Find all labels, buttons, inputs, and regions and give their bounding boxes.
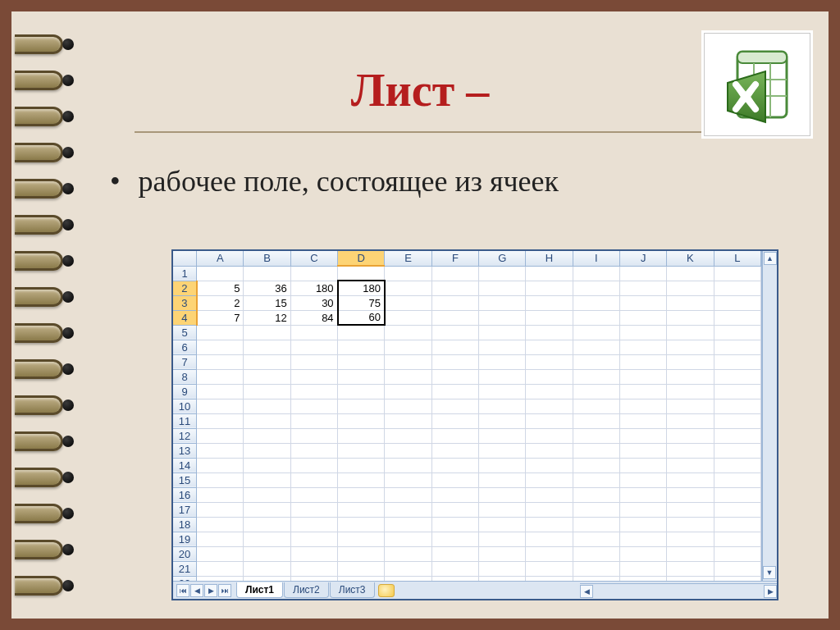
cell[interactable] (338, 399, 385, 413)
cell[interactable]: 15 (244, 295, 290, 310)
cell[interactable] (573, 266, 619, 281)
cell[interactable] (244, 546, 290, 561)
column-header[interactable]: E (385, 251, 431, 266)
row-header[interactable]: 7 (173, 354, 197, 369)
cell[interactable] (573, 295, 619, 310)
cell[interactable] (290, 266, 337, 281)
cell[interactable] (197, 561, 244, 576)
cell[interactable] (244, 487, 290, 502)
row-header[interactable]: 12 (173, 428, 197, 443)
cell[interactable] (338, 532, 385, 546)
cell[interactable] (385, 369, 431, 384)
cell[interactable] (573, 458, 619, 472)
cell[interactable] (526, 472, 573, 487)
cell[interactable] (290, 413, 337, 428)
cell[interactable] (385, 266, 431, 281)
cell[interactable] (526, 369, 573, 384)
row-header[interactable]: 15 (173, 472, 197, 487)
cell[interactable] (338, 472, 385, 487)
cell[interactable] (385, 399, 431, 413)
cell[interactable] (338, 443, 385, 458)
tab-nav-last-icon[interactable]: ⏭ (218, 584, 231, 597)
cell[interactable] (290, 532, 337, 546)
cell[interactable] (479, 428, 526, 443)
cell[interactable] (290, 487, 337, 502)
cell[interactable] (479, 310, 526, 325)
cell[interactable]: 7 (197, 310, 244, 325)
cell[interactable] (338, 517, 385, 532)
scroll-right-icon[interactable]: ▶ (764, 585, 777, 598)
cell[interactable] (667, 340, 714, 354)
row-header[interactable]: 14 (173, 458, 197, 472)
cell[interactable] (338, 487, 385, 502)
cell[interactable] (619, 428, 666, 443)
cell[interactable] (667, 295, 714, 310)
cell[interactable] (431, 443, 478, 458)
cell[interactable] (385, 384, 431, 399)
cell[interactable] (667, 325, 714, 340)
cell[interactable]: 75 (338, 295, 385, 310)
cell[interactable] (385, 532, 431, 546)
column-header[interactable]: B (244, 251, 290, 266)
cell[interactable] (573, 532, 619, 546)
cell[interactable] (431, 369, 478, 384)
cell[interactable] (385, 281, 431, 295)
cell[interactable] (714, 561, 760, 576)
cell[interactable] (714, 487, 760, 502)
cell[interactable] (526, 384, 573, 399)
cell[interactable] (667, 532, 714, 546)
cell[interactable] (197, 399, 244, 413)
cell[interactable] (619, 458, 666, 472)
cell[interactable] (667, 561, 714, 576)
row-header[interactable]: 16 (173, 487, 197, 502)
row-header[interactable]: 21 (173, 561, 197, 576)
cell[interactable] (714, 354, 760, 369)
cell[interactable] (338, 340, 385, 354)
column-header[interactable]: I (573, 251, 619, 266)
cell[interactable] (714, 399, 760, 413)
cell[interactable] (197, 487, 244, 502)
cell[interactable] (431, 561, 478, 576)
cell[interactable] (526, 532, 573, 546)
cell[interactable] (619, 399, 666, 413)
cell[interactable] (619, 561, 666, 576)
cell[interactable] (290, 443, 337, 458)
cell[interactable] (479, 443, 526, 458)
cell[interactable] (290, 428, 337, 443)
cell[interactable] (385, 561, 431, 576)
cell[interactable] (714, 532, 760, 546)
cell[interactable] (197, 458, 244, 472)
column-header[interactable]: H (526, 251, 573, 266)
cell[interactable]: 30 (290, 295, 337, 310)
cell[interactable] (244, 354, 290, 369)
cell[interactable] (338, 266, 385, 281)
cell[interactable] (479, 546, 526, 561)
cell[interactable] (714, 340, 760, 354)
cell[interactable] (667, 502, 714, 517)
cell[interactable] (619, 369, 666, 384)
cell[interactable]: 180 (338, 281, 385, 295)
cell[interactable] (667, 281, 714, 295)
cell[interactable] (573, 428, 619, 443)
cell[interactable] (714, 281, 760, 295)
cell[interactable] (479, 413, 526, 428)
column-header[interactable]: A (197, 251, 244, 266)
cell[interactable] (526, 413, 573, 428)
cell[interactable] (197, 413, 244, 428)
cell[interactable] (290, 340, 337, 354)
cell[interactable] (197, 472, 244, 487)
cell[interactable] (479, 384, 526, 399)
row-header[interactable]: 9 (173, 384, 197, 399)
cell[interactable] (431, 340, 478, 354)
cell[interactable] (479, 354, 526, 369)
cell[interactable] (526, 443, 573, 458)
cell[interactable] (290, 369, 337, 384)
column-header[interactable]: D (338, 251, 385, 266)
cell[interactable] (714, 325, 760, 340)
cell[interactable] (667, 428, 714, 443)
cell[interactable] (526, 399, 573, 413)
cell[interactable] (197, 340, 244, 354)
cell[interactable] (431, 458, 478, 472)
cell[interactable] (573, 487, 619, 502)
row-header[interactable]: 10 (173, 399, 197, 413)
